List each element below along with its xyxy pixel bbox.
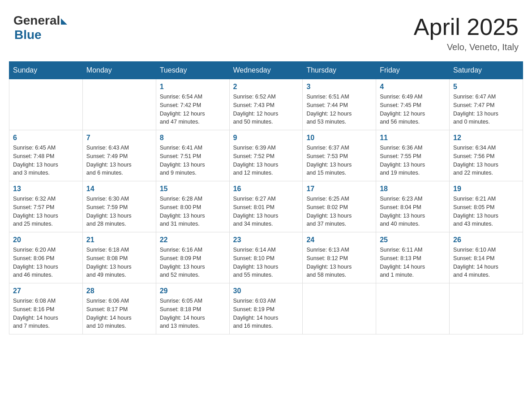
day-info: Sunrise: 6:10 AM Sunset: 8:14 PM Dayligh… <box>453 246 519 279</box>
logo-arrow-icon <box>61 18 67 25</box>
calendar-week-row: 1Sunrise: 6:54 AM Sunset: 7:42 PM Daylig… <box>9 79 523 130</box>
day-info: Sunrise: 6:43 AM Sunset: 7:49 PM Dayligh… <box>86 144 152 177</box>
day-number: 12 <box>453 134 519 142</box>
day-info: Sunrise: 6:21 AM Sunset: 8:05 PM Dayligh… <box>453 195 519 228</box>
calendar-day-header: Friday <box>376 62 450 79</box>
day-info: Sunrise: 6:28 AM Sunset: 8:00 PM Dayligh… <box>160 195 226 228</box>
day-number: 6 <box>13 134 79 142</box>
calendar-location: Velo, Veneto, Italy <box>414 42 519 52</box>
day-number: 15 <box>160 185 226 193</box>
day-number: 9 <box>233 134 299 142</box>
day-info: Sunrise: 6:49 AM Sunset: 7:45 PM Dayligh… <box>380 93 446 126</box>
day-info: Sunrise: 6:36 AM Sunset: 7:55 PM Dayligh… <box>380 144 446 177</box>
day-number: 2 <box>233 83 299 91</box>
day-info: Sunrise: 6:51 AM Sunset: 7:44 PM Dayligh… <box>306 93 372 126</box>
calendar-cell: 20Sunrise: 6:20 AM Sunset: 8:06 PM Dayli… <box>9 232 83 283</box>
day-number: 30 <box>233 287 299 295</box>
calendar-cell: 11Sunrise: 6:36 AM Sunset: 7:55 PM Dayli… <box>376 130 450 181</box>
calendar-cell: 27Sunrise: 6:08 AM Sunset: 8:16 PM Dayli… <box>9 283 83 334</box>
calendar-cell: 12Sunrise: 6:34 AM Sunset: 7:56 PM Dayli… <box>450 130 523 181</box>
calendar-week-row: 20Sunrise: 6:20 AM Sunset: 8:06 PM Dayli… <box>9 232 523 283</box>
calendar-cell: 6Sunrise: 6:45 AM Sunset: 7:48 PM Daylig… <box>9 130 83 181</box>
calendar-cell: 1Sunrise: 6:54 AM Sunset: 7:42 PM Daylig… <box>156 79 229 130</box>
calendar-cell: 13Sunrise: 6:32 AM Sunset: 7:57 PM Dayli… <box>9 181 83 232</box>
day-number: 21 <box>86 236 152 244</box>
day-info: Sunrise: 6:41 AM Sunset: 7:51 PM Dayligh… <box>160 144 226 177</box>
day-number: 13 <box>13 185 79 193</box>
day-number: 28 <box>86 287 152 295</box>
calendar-cell: 23Sunrise: 6:14 AM Sunset: 8:10 PM Dayli… <box>229 232 303 283</box>
day-info: Sunrise: 6:20 AM Sunset: 8:06 PM Dayligh… <box>13 246 79 279</box>
calendar-cell: 14Sunrise: 6:30 AM Sunset: 7:59 PM Dayli… <box>82 181 156 232</box>
day-number: 27 <box>13 287 79 295</box>
day-number: 24 <box>306 236 372 244</box>
day-info: Sunrise: 6:06 AM Sunset: 8:17 PM Dayligh… <box>86 297 152 330</box>
day-info: Sunrise: 6:13 AM Sunset: 8:12 PM Dayligh… <box>306 246 372 279</box>
day-info: Sunrise: 6:14 AM Sunset: 8:10 PM Dayligh… <box>233 246 299 279</box>
calendar-cell: 7Sunrise: 6:43 AM Sunset: 7:49 PM Daylig… <box>82 130 156 181</box>
calendar-title: April 2025 <box>414 13 519 40</box>
calendar-cell: 17Sunrise: 6:25 AM Sunset: 8:02 PM Dayli… <box>303 181 376 232</box>
day-info: Sunrise: 6:45 AM Sunset: 7:48 PM Dayligh… <box>13 144 79 177</box>
calendar-cell: 3Sunrise: 6:51 AM Sunset: 7:44 PM Daylig… <box>303 79 376 130</box>
day-number: 1 <box>160 83 226 91</box>
calendar-day-header: Saturday <box>450 62 523 79</box>
calendar-header-row: SundayMondayTuesdayWednesdayThursdayFrid… <box>9 62 523 79</box>
day-number: 10 <box>306 134 372 142</box>
day-info: Sunrise: 6:08 AM Sunset: 8:16 PM Dayligh… <box>13 297 79 330</box>
day-number: 17 <box>306 185 372 193</box>
calendar-cell <box>9 79 83 130</box>
day-info: Sunrise: 6:37 AM Sunset: 7:53 PM Dayligh… <box>306 144 372 177</box>
day-number: 18 <box>380 185 446 193</box>
day-number: 3 <box>306 83 372 91</box>
calendar-cell: 2Sunrise: 6:52 AM Sunset: 7:43 PM Daylig… <box>229 79 303 130</box>
day-info: Sunrise: 6:16 AM Sunset: 8:09 PM Dayligh… <box>160 246 226 279</box>
calendar-cell: 8Sunrise: 6:41 AM Sunset: 7:51 PM Daylig… <box>156 130 229 181</box>
calendar-cell: 24Sunrise: 6:13 AM Sunset: 8:12 PM Dayli… <box>303 232 376 283</box>
day-number: 8 <box>160 134 226 142</box>
calendar-cell: 18Sunrise: 6:23 AM Sunset: 8:04 PM Dayli… <box>376 181 450 232</box>
day-info: Sunrise: 6:52 AM Sunset: 7:43 PM Dayligh… <box>233 93 299 126</box>
day-number: 19 <box>453 185 519 193</box>
calendar-cell: 5Sunrise: 6:47 AM Sunset: 7:47 PM Daylig… <box>450 79 523 130</box>
day-info: Sunrise: 6:25 AM Sunset: 8:02 PM Dayligh… <box>306 195 372 228</box>
day-number: 11 <box>380 134 446 142</box>
day-info: Sunrise: 6:18 AM Sunset: 8:08 PM Dayligh… <box>86 246 152 279</box>
calendar-cell: 15Sunrise: 6:28 AM Sunset: 8:00 PM Dayli… <box>156 181 229 232</box>
day-number: 25 <box>380 236 446 244</box>
calendar-cell: 4Sunrise: 6:49 AM Sunset: 7:45 PM Daylig… <box>376 79 450 130</box>
calendar-cell <box>82 79 156 130</box>
calendar-cell <box>303 283 376 334</box>
day-number: 22 <box>160 236 226 244</box>
calendar-cell: 30Sunrise: 6:03 AM Sunset: 8:19 PM Dayli… <box>229 283 303 334</box>
calendar-week-row: 13Sunrise: 6:32 AM Sunset: 7:57 PM Dayli… <box>9 181 523 232</box>
day-number: 29 <box>160 287 226 295</box>
calendar-cell <box>376 283 450 334</box>
day-number: 16 <box>233 185 299 193</box>
day-info: Sunrise: 6:11 AM Sunset: 8:13 PM Dayligh… <box>380 246 446 279</box>
day-info: Sunrise: 6:23 AM Sunset: 8:04 PM Dayligh… <box>380 195 446 228</box>
calendar-day-header: Thursday <box>303 62 376 79</box>
day-info: Sunrise: 6:27 AM Sunset: 8:01 PM Dayligh… <box>233 195 299 228</box>
calendar-week-row: 6Sunrise: 6:45 AM Sunset: 7:48 PM Daylig… <box>9 130 523 181</box>
calendar-day-header: Sunday <box>9 62 83 79</box>
calendar-day-header: Monday <box>82 62 156 79</box>
calendar-cell: 19Sunrise: 6:21 AM Sunset: 8:05 PM Dayli… <box>450 181 523 232</box>
calendar-cell: 10Sunrise: 6:37 AM Sunset: 7:53 PM Dayli… <box>303 130 376 181</box>
calendar-cell: 16Sunrise: 6:27 AM Sunset: 8:01 PM Dayli… <box>229 181 303 232</box>
day-info: Sunrise: 6:54 AM Sunset: 7:42 PM Dayligh… <box>160 93 226 126</box>
calendar-cell: 26Sunrise: 6:10 AM Sunset: 8:14 PM Dayli… <box>450 232 523 283</box>
calendar-table: SundayMondayTuesdayWednesdayThursdayFrid… <box>9 61 523 334</box>
title-block: April 2025 Velo, Veneto, Italy <box>414 13 519 52</box>
day-info: Sunrise: 6:34 AM Sunset: 7:56 PM Dayligh… <box>453 144 519 177</box>
day-info: Sunrise: 6:39 AM Sunset: 7:52 PM Dayligh… <box>233 144 299 177</box>
calendar-cell: 21Sunrise: 6:18 AM Sunset: 8:08 PM Dayli… <box>82 232 156 283</box>
logo: General Blue <box>13 13 67 42</box>
day-number: 23 <box>233 236 299 244</box>
day-number: 20 <box>13 236 79 244</box>
calendar-day-header: Tuesday <box>156 62 229 79</box>
day-info: Sunrise: 6:47 AM Sunset: 7:47 PM Dayligh… <box>453 93 519 126</box>
day-info: Sunrise: 6:32 AM Sunset: 7:57 PM Dayligh… <box>13 195 79 228</box>
day-number: 26 <box>453 236 519 244</box>
day-info: Sunrise: 6:05 AM Sunset: 8:18 PM Dayligh… <box>160 297 226 330</box>
